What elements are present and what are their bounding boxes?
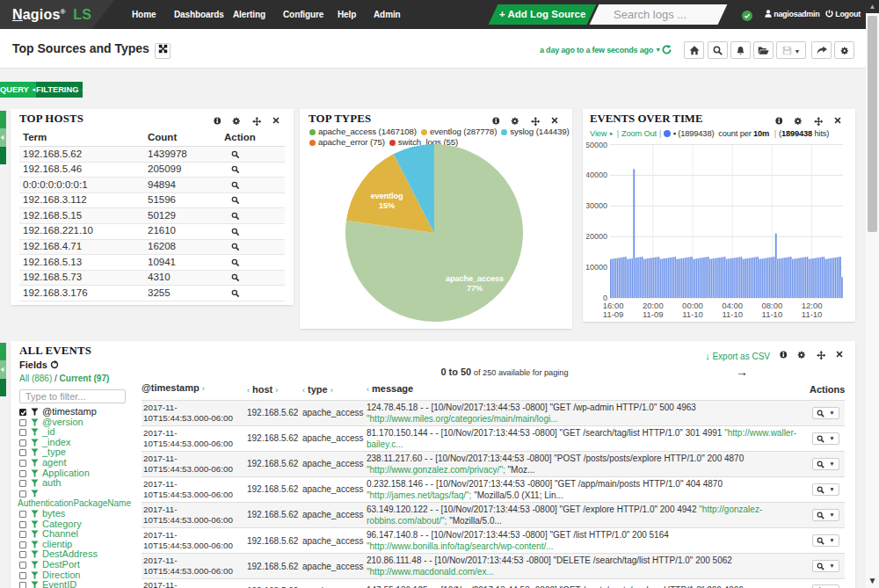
svg-text:10000: 10000 bbox=[586, 263, 607, 272]
svg-text:11-10: 11-10 bbox=[722, 309, 743, 319]
svg-text:50000: 50000 bbox=[586, 141, 607, 149]
svg-text:11-10: 11-10 bbox=[682, 309, 703, 319]
svg-text:11-10: 11-10 bbox=[762, 309, 783, 319]
svg-text:11-09: 11-09 bbox=[603, 309, 624, 319]
svg-text:30000: 30000 bbox=[586, 201, 607, 210]
svg-text:20000: 20000 bbox=[586, 232, 607, 241]
svg-text:11-09: 11-09 bbox=[643, 309, 664, 319]
svg-text:11-10: 11-10 bbox=[802, 309, 823, 319]
svg-text:40000: 40000 bbox=[586, 171, 607, 179]
